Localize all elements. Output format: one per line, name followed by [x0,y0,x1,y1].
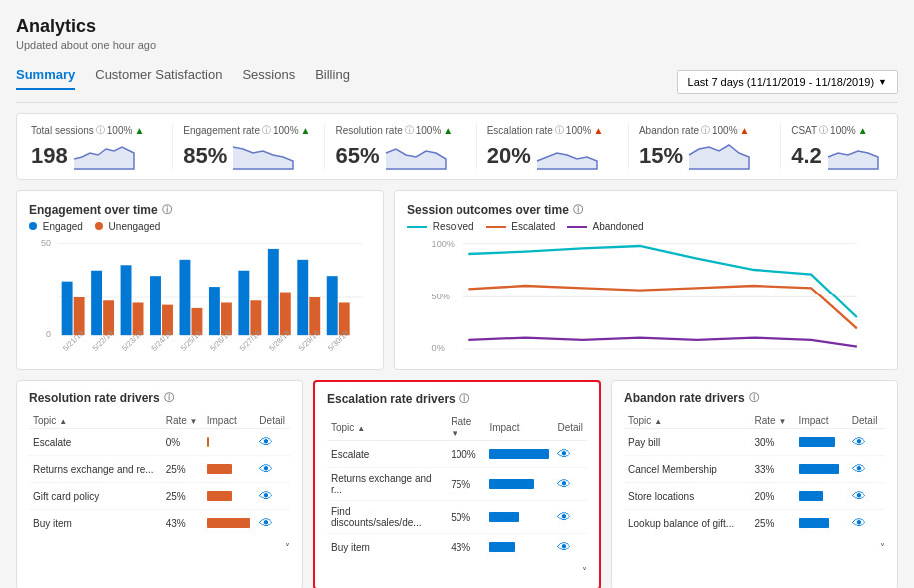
engagement-rate-label: Engagement rate [183,125,260,136]
sparkline-abandon [689,139,749,169]
escalation-drivers-card: Escalation rate drivers ⓘ Topic ▲ Rate ▼… [313,380,601,588]
value-resolution: 65% [335,143,379,169]
svg-text:50%: 50% [432,292,450,301]
pct-sessions: 100% [107,125,133,136]
session-outcomes-line-chart: 100% 50% 0% 5/21/19 5/22/19 5/23/19 5/24… [407,238,885,357]
date-range-label: Last 7 days (11/11/2019 - 11/18/2019) [688,76,875,88]
trend-resolution: ▲ [443,125,453,136]
info-icon-resolution: ⓘ [405,124,414,137]
scroll-down-icon[interactable]: ˅ [880,542,885,553]
info-icon-session-outcomes: ⓘ [573,203,583,217]
detail-link[interactable]: 👁 [259,488,273,504]
pct-csat: 100% [830,125,856,136]
pct-abandon: 100% [712,125,738,136]
detail-link[interactable]: 👁 [259,461,273,477]
resolution-rate-label: Resolution rate [335,125,402,136]
scroll-down-icon[interactable]: ˅ [582,566,587,577]
abandon-drivers-table: Topic ▲ Rate ▼ Impact Detail Pay bill 30… [624,413,885,536]
tab-customer-satisfaction[interactable]: Customer Satisfaction [95,61,222,90]
svg-rect-18 [297,260,308,335]
table-row: Buy item 43% 👁 [29,510,290,537]
table-row: Escalate 100% 👁 [327,441,587,468]
date-range-button[interactable]: Last 7 days (11/11/2019 - 11/18/2019) ▼ [677,70,898,94]
sparkline-engagement [233,139,293,169]
legend-abandoned: Abandoned [593,221,644,232]
tab-sessions[interactable]: Sessions [242,61,295,90]
svg-rect-16 [268,249,279,335]
kpi-total-sessions: Total sessions ⓘ 100% ▲ 198 [31,124,173,169]
value-escalation: 20% [487,143,531,169]
legend-resolved: Resolved [433,221,474,232]
svg-rect-8 [150,276,161,335]
table-row: Buy item 43% 👁 [327,534,587,561]
value-abandon: 15% [639,143,683,169]
info-icon-escalation-drivers: ⓘ [459,392,469,406]
kpi-escalation-rate: Escalation rate ⓘ 100% ▲ 20% [477,124,629,169]
col-impact-resolution: Impact [203,413,256,429]
trend-escalation: ▲ [593,125,603,136]
detail-link[interactable]: 👁 [259,515,273,531]
svg-text:0%: 0% [432,343,445,353]
info-icon-escalation: ⓘ [555,124,564,137]
col-topic-resolution[interactable]: Topic ▲ [29,413,162,429]
legend-engaged: Engaged [43,221,83,232]
value-engagement: 85% [183,143,227,169]
sparkline-resolution [386,139,446,169]
info-icon-engagement-chart: ⓘ [162,203,172,217]
tab-billing[interactable]: Billing [315,61,350,90]
pct-escalation: 100% [566,125,592,136]
col-rate-abandon[interactable]: Rate ▼ [751,413,795,429]
legend-unengaged: Unengaged [109,221,161,232]
scroll-down-icon[interactable]: ˅ [285,542,290,553]
csat-label: CSAT [791,125,817,136]
chevron-down-icon: ▼ [878,77,887,87]
trend-abandon: ▲ [740,125,750,136]
kpi-abandon-rate: Abandon rate ⓘ 100% ▲ 15% [629,124,781,169]
col-topic-escalation[interactable]: Topic ▲ [327,414,447,441]
table-row: Escalate 0% 👁 [29,429,290,456]
detail-link[interactable]: 👁 [259,434,273,450]
pct-engagement: 100% [273,125,299,136]
trend-csat: ▲ [858,125,868,136]
resolution-drivers-title: Resolution rate drivers [29,391,160,405]
col-rate-escalation[interactable]: Rate ▼ [447,414,485,441]
detail-link[interactable]: 👁 [557,476,571,492]
detail-link[interactable]: 👁 [557,446,571,462]
detail-link[interactable]: 👁 [852,461,866,477]
info-icon-engagement: ⓘ [262,124,271,137]
svg-rect-20 [327,276,338,335]
svg-rect-4 [91,271,102,335]
col-detail-abandon: Detail [848,413,885,429]
value-csat: 4.2 [791,143,822,169]
col-detail-resolution: Detail [255,413,290,429]
table-row: Pay bill 30% 👁 [624,429,885,456]
detail-link[interactable]: 👁 [852,488,866,504]
col-rate-resolution[interactable]: Rate ▼ [162,413,203,429]
col-topic-abandon[interactable]: Topic ▲ [624,413,751,429]
abandon-drivers-card: Abandon rate drivers ⓘ Topic ▲ Rate ▼ Im… [611,380,898,588]
svg-rect-10 [179,260,190,335]
detail-link[interactable]: 👁 [557,509,571,525]
pct-resolution: 100% [416,125,442,136]
sparkline-sessions [74,139,134,169]
engagement-bar-chart: 5/21/19 5/22/19 5/23/19 5/24/19 5/25/19 … [49,238,371,357]
trend-sessions: ▲ [134,125,144,136]
escalation-rate-label: Escalation rate [487,125,553,136]
col-impact-abandon: Impact [795,413,848,429]
detail-link[interactable]: 👁 [852,434,866,450]
total-sessions-label: Total sessions [31,125,94,136]
table-row: Store locations 20% 👁 [624,483,885,510]
info-icon-abandon: ⓘ [701,124,710,137]
table-row: Gift card policy 25% 👁 [29,483,290,510]
page-title: Analytics [16,16,898,37]
detail-link[interactable]: 👁 [852,515,866,531]
info-icon-csat: ⓘ [819,124,828,137]
detail-link[interactable]: 👁 [557,539,571,555]
legend-escalated: Escalated [511,221,555,232]
escalation-drivers-title: Escalation rate drivers [327,392,456,406]
escalation-drivers-table: Topic ▲ Rate ▼ Impact Detail Escalate 10… [327,414,587,560]
abandon-drivers-title: Abandon rate drivers [624,391,745,405]
col-detail-escalation: Detail [553,414,587,441]
session-outcomes-chart-card: Session outcomes over time ⓘ Resolved Es… [394,190,898,370]
tab-summary[interactable]: Summary [16,61,75,90]
